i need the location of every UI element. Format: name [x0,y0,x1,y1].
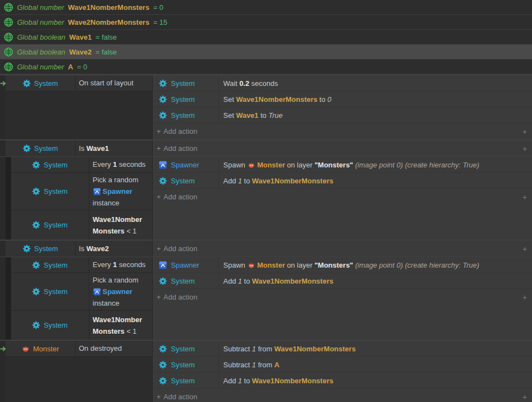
condition-object: Monster [6,341,76,356]
action-object: System [153,91,218,107]
add-action-plus-button[interactable]: + [523,245,527,253]
condition-is-wave2[interactable]: System Is Wave2 [6,241,152,257]
condition-is-wave1[interactable]: System Is Wave1 [6,140,152,156]
text-segment: to [242,177,252,185]
condition-on-start[interactable]: System On start of layout [6,75,152,91]
object-ref: Monster [257,261,285,269]
action-description: Add 1 to Wave1NomberMonsters [223,277,334,285]
text-segment: Every [93,160,113,169]
add-action-row[interactable]: + Add action + [153,289,532,305]
global-value: = false [95,33,117,41]
object-ref: Spawner [103,187,132,195]
global-variable-row[interactable]: Global number Wave1NomberMonsters = 0 [0,0,532,15]
monster-icon [248,262,255,269]
condition-object: System [11,173,89,210]
text-segment: Add [223,377,238,385]
spawner-icon [93,288,101,296]
add-action-row[interactable]: + Add action + [153,140,532,156]
global-variable-row[interactable]: Global number A = 0 [0,59,532,74]
condition-column: System Every 1 seconds System Pick a ran… [11,257,153,340]
condition-column: System Is Wave2 [6,241,153,257]
global-variable-icon [4,18,13,27]
text-segment: from [256,345,274,353]
variable-ref-line: Wave1Nomber [93,314,142,325]
text-segment: Pick a random [93,274,138,286]
add-action-plus-button[interactable]: + [523,193,527,202]
object-label: System [171,111,195,119]
add-action-row[interactable]: + Add action + [153,189,532,205]
action-column: + Add action + [153,140,532,156]
condition-every-seconds[interactable]: System Every 1 seconds [11,257,152,273]
param-value: 0.2 [239,79,249,88]
param-note: (image point 0) [353,261,403,269]
condition-every-seconds[interactable]: System Every 1 seconds [11,157,152,173]
add-action-plus-button[interactable]: + [523,127,527,136]
action-set-variable[interactable]: System Set Wave1NomberMonsters to 0 [153,91,532,107]
text-segment: instance [93,297,138,309]
global-variable-row[interactable]: Global number Wave2NomberMonsters = 15 [0,15,532,30]
global-name: Wave1NomberMonsters [68,3,149,12]
param-value: 0 [327,95,331,104]
text-segment: to [242,277,252,285]
action-spawn-monster[interactable]: Spawner Spawn Monster on layer "Monsters… [153,257,532,273]
global-variable-icon [4,47,13,57]
global-kind: Global number [17,18,64,26]
param-note: (create hierarchy: True) [403,261,479,269]
action-set-boolean[interactable]: System Set Wave1 to True [153,107,532,123]
global-variable-icon [4,3,13,12]
action-object: System [153,373,218,388]
action-object: System [153,107,218,123]
text-segment: on layer [285,261,314,269]
global-name: Wave2NomberMonsters [68,18,149,26]
add-action-plus-button[interactable]: + [523,144,527,153]
action-add-to-variable[interactable]: System Add 1 to Wave1NomberMonsters [153,273,532,289]
object-label: Spawner [171,261,199,269]
condition-pick-random[interactable]: System Pick a random Spawner instance [11,273,152,311]
action-subtract-variable[interactable]: System Subtract 1 from Wave1NomberMonste… [153,341,532,357]
condition-object: System [11,157,89,172]
object-label: System [44,261,67,269]
event-margin [0,75,6,139]
add-action-row[interactable]: + Add action + [153,389,532,402]
add-action-plus-button[interactable]: + [523,393,527,401]
monster-icon [22,345,30,353]
action-text: Wait 0.2 seconds [218,75,532,91]
add-action-row[interactable]: + Add action + [153,123,532,139]
action-spawn-monster[interactable]: Spawner Spawn Monster on layer "Monsters… [153,157,532,173]
action-description: Spawn Monster on layer "Monsters" (image… [223,161,479,169]
text-segment: Spawn [223,261,247,269]
condition-empty-area [6,91,152,139]
text-segment: Every [93,260,113,269]
object-label: System [171,345,195,353]
action-object: System [153,341,218,356]
param-note: (image point 0) [353,161,403,169]
global-variable-row[interactable]: Global boolean Wave1 = false [0,30,532,45]
global-variable-row-selected[interactable]: Global boolean Wave2 = false [0,45,532,59]
object-ref: Spawner [103,287,132,296]
object-label: System [171,277,195,285]
condition-text: On start of layout [76,75,152,91]
action-object: System [153,273,218,289]
condition-compare-variable[interactable]: System Wave1Nomber Monsters < 1 [11,210,152,240]
object-label: System [44,287,67,296]
action-add-to-variable[interactable]: System Add 1 to Wave1NomberMonsters [153,373,532,389]
add-action-plus: + [157,193,161,201]
variable-ref: Wave1Nomber [93,215,142,224]
object-ref: Monster [257,161,285,169]
action-wait[interactable]: System Wait 0.2 seconds [153,75,532,91]
add-action-plus-button[interactable]: + [523,293,527,302]
add-action-row[interactable]: + Add action + [153,241,532,257]
condition-compare-variable[interactable]: System Wave1Nomber Monsters < 1 [11,311,152,340]
spawner-icon [93,188,101,195]
action-subtract-variable[interactable]: System Subtract 1 from A [153,357,532,373]
action-description: Set Wave1NomberMonsters to 0 [223,95,331,104]
condition-on-destroyed[interactable]: Monster On destroyed [6,341,152,357]
condition-column: Monster On destroyed [6,341,153,402]
text-segment: Is [79,144,87,153]
action-add-to-variable[interactable]: System Add 1 to Wave1NomberMonsters [153,173,532,189]
add-action-label: Add action [164,193,197,201]
object-label: System [34,144,58,153]
action-column: + Add action + [153,241,532,257]
condition-pick-random[interactable]: System Pick a random Spawner instance [11,173,152,210]
add-action-label: Add action [164,393,197,401]
